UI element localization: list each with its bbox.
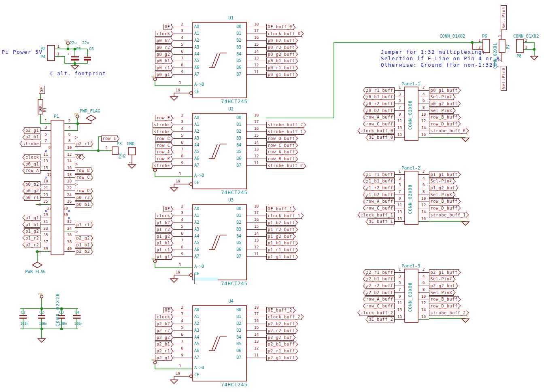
net-label[interactable]: p2_r2 [155, 328, 172, 334]
net-label[interactable]: strobe_buff_2 [429, 310, 467, 316]
net-label[interactable]: p0_r2_buff [365, 101, 395, 107]
net-label[interactable]: row_C [155, 142, 172, 148]
net-label[interactable]: row_C_buff [266, 142, 296, 148]
net-label[interactable]: p0_r2_buff [266, 44, 296, 51]
net-label[interactable]: p0_g1_buff [266, 72, 296, 78]
ref-c5[interactable]: C5 [76, 47, 81, 51]
net-label[interactable]: p2_b2_buff [365, 290, 395, 296]
net-label[interactable]: OE_buff_0 [266, 24, 294, 30]
net-label[interactable]: p2_b1 [24, 134, 40, 140]
net-label[interactable]: p2_g1_buff [429, 269, 459, 275]
net-label[interactable]: p0_g1 [24, 161, 40, 167]
net-label[interactable]: strobe [153, 122, 172, 128]
net-label[interactable]: p1_g1_buff [266, 254, 296, 260]
net-label[interactable]: row_B [75, 167, 91, 174]
net-label[interactable]: OE [164, 206, 172, 212]
net-label[interactable]: row_B_buff [429, 296, 459, 302]
net-label[interactable]: row_E [155, 115, 172, 121]
net-label[interactable]: p1_g2_buf [429, 185, 457, 191]
net-label[interactable]: p2_g1 [155, 355, 172, 361]
net-label[interactable]: p1_b2 [75, 242, 91, 248]
net-label[interactable]: OE_buff_1 [266, 206, 294, 212]
net-label[interactable]: row_C_buff [365, 303, 395, 309]
ref-p2[interactable]: P2 [40, 46, 46, 51]
net-label[interactable]: p2_r1 [155, 348, 172, 354]
net-label[interactable]: p0_b1_buff [266, 58, 296, 64]
net-label[interactable]: OE_buff_2 [266, 307, 294, 313]
net-label[interactable]: strobe_buff_0 [266, 163, 304, 169]
net-label[interactable]: p1_g2_buf [266, 233, 294, 239]
ref-c1[interactable]: C1 [21, 310, 25, 314]
net-label[interactable]: Sel-Pin8 [429, 108, 454, 114]
net-label[interactable]: p0_r2 [155, 44, 172, 51]
net-label[interactable]: p1_g1 [155, 254, 172, 260]
net-label[interactable]: p2_b2 [155, 321, 172, 327]
net-label[interactable]: Sel-Pin8 [429, 290, 454, 296]
net-label[interactable]: row_B [155, 156, 172, 162]
net-label[interactable]: p1_g1 [24, 215, 40, 221]
net-label[interactable]: strobe_buff_2 [266, 122, 304, 128]
net-label[interactable]: row_A_buff [266, 149, 296, 155]
net-label[interactable]: row_D_buff [429, 205, 459, 211]
net-label[interactable]: clock_buff_0 [359, 128, 395, 134]
net-label[interactable]: row_D_buff [266, 136, 296, 142]
net-label[interactable]: p0_g2_buff [429, 101, 459, 107]
net-label[interactable]: p2_r1_buff [365, 269, 395, 275]
net-label[interactable]: p1_g1_buff [429, 172, 459, 178]
net-label[interactable]: p2_r1_buff [266, 348, 296, 354]
net-label[interactable]: clock [155, 314, 172, 320]
net-label[interactable]: strobe [153, 163, 172, 169]
net-label[interactable]: p2_b1_buff [266, 341, 296, 347]
net-label[interactable]: p1_b1 [155, 240, 172, 246]
net-label[interactable]: p2_b1 [155, 341, 172, 347]
net-label[interactable]: p1_b2_buff [365, 192, 395, 198]
net-label[interactable]: row_C_buff [365, 205, 395, 211]
net-label[interactable]: p2_g1 [24, 127, 40, 133]
net-label[interactable]: row_B_buff [429, 114, 459, 120]
net-label[interactable]: clock [155, 31, 172, 37]
net-label[interactable]: p0_r1 [155, 65, 172, 71]
net-label[interactable]: row_B_buff [266, 156, 296, 162]
ref-u4[interactable]: U4 [228, 299, 234, 304]
net-label[interactable]: p0_b2_buff [365, 108, 395, 114]
net-label[interactable]: p2_g1_buff [266, 355, 296, 361]
net-label[interactable]: row_A_buff [365, 296, 395, 302]
net-label-sel-pin8[interactable]: Sel-Pin8 [499, 66, 507, 91]
ref-c6[interactable]: C6 [89, 47, 93, 51]
net-label[interactable]: p1_r2_buff [365, 185, 395, 191]
net-label[interactable]: p1_r2 [155, 227, 172, 233]
net-label[interactable]: p2_b2 [75, 248, 91, 254]
net-label[interactable]: p1_b1 [24, 222, 40, 228]
net-label[interactable]: row_A_buff [365, 198, 395, 204]
net-label[interactable]: p0_b2 [155, 38, 172, 44]
net-label[interactable]: p0_g2_buff [266, 51, 296, 57]
net-label[interactable]: Sel-Pin4 [429, 276, 454, 282]
net-label[interactable]: p2_g2_buf [429, 283, 457, 289]
net-label[interactable]: row_B_buff [429, 198, 459, 204]
net-label[interactable]: p1_g2 [24, 228, 40, 234]
net-label[interactable]: Sel-Pin4 [429, 178, 454, 184]
ref-r1[interactable]: R1 [43, 108, 47, 112]
net-label[interactable]: p2_r2_buff [365, 283, 395, 289]
net-label[interactable]: row_C_buff [365, 121, 395, 127]
ref-u2[interactable]: U2 [228, 106, 234, 112]
net-label[interactable]: p0_g2 [24, 188, 40, 194]
net-label[interactable]: p1_b2_buff [266, 220, 296, 226]
net-label[interactable]: p2_g2 [75, 235, 91, 241]
net-label[interactable]: p2_b1_buff [365, 276, 395, 282]
ref-u3[interactable]: U3 [228, 197, 234, 203]
net-label[interactable]: row_A_buff [365, 114, 395, 120]
net-label[interactable]: p0_b1_buff [365, 94, 395, 100]
net-label[interactable]: row_D_buff [429, 303, 459, 309]
net-label[interactable]: p1_r2 [24, 235, 40, 241]
net-label[interactable]: p0_r1 [24, 195, 40, 201]
net-label[interactable]: clock_buff_1 [359, 212, 395, 218]
net-label[interactable]: p1_g2 [155, 233, 172, 239]
net-label[interactable]: p0_g1_buff [429, 87, 459, 93]
net-label[interactable]: OE [164, 307, 172, 313]
net-label[interactable]: p0_g1 [155, 72, 172, 78]
net-label[interactable]: p0_b2 [24, 181, 40, 187]
net-label[interactable]: p2_g2 [155, 335, 172, 341]
net-label[interactable]: row_D [75, 188, 91, 194]
net-label[interactable]: p0_r1_buff [266, 65, 296, 71]
